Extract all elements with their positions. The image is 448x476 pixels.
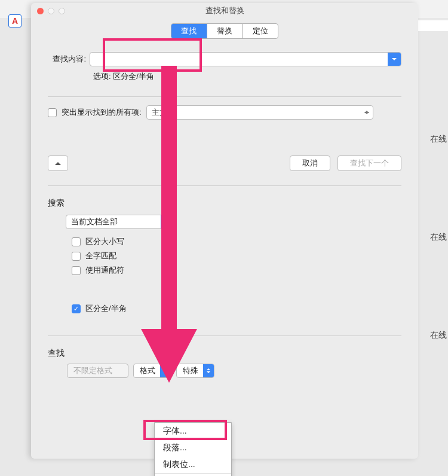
find-next-button[interactable]: 查找下一个 — [337, 155, 401, 171]
menu-item-paragraph[interactable]: 段落... — [155, 440, 231, 456]
find-input[interactable] — [90, 52, 401, 66]
chevron-updown-icon — [203, 364, 214, 377]
highlight-scope-select[interactable]: 主文档 — [146, 105, 373, 120]
divider — [48, 335, 401, 336]
wildcard-checkbox[interactable] — [72, 266, 81, 275]
fullhalf-checkbox[interactable] — [72, 304, 81, 313]
tab-replace[interactable]: 替换 — [207, 24, 243, 38]
divider — [48, 185, 401, 186]
menu-item-tabs[interactable]: 制表位... — [155, 456, 231, 473]
format-dropdown-menu: 字体... 段落... 制表位... — [154, 422, 232, 476]
menu-item-font[interactable]: 字体... — [155, 423, 231, 440]
tab-goto[interactable]: 定位 — [243, 24, 278, 38]
special-label: 特殊 — [183, 365, 198, 376]
menu-expand-icon[interactable] — [155, 473, 231, 476]
no-format-label: 不限定格式 — [73, 365, 112, 376]
titlebar: 查找和替换 — [31, 3, 418, 19]
tab-find[interactable]: 查找 — [171, 24, 207, 38]
wildcard-label: 使用通配符 — [85, 265, 124, 276]
chevron-down-icon[interactable] — [388, 53, 401, 66]
format-select[interactable]: 格式 — [133, 364, 171, 378]
find-replace-dialog: 查找和替换 查找 替换 定位 查找内容: 选项: 区分全/半角 突出显示找到的所… — [31, 3, 418, 459]
no-format-button[interactable]: 不限定格式 — [67, 364, 128, 378]
find-label: 查找内容: — [48, 54, 90, 65]
highlight-checkbox[interactable] — [48, 108, 57, 117]
options-value: 区分全/半角 — [113, 72, 154, 81]
cancel-button[interactable]: 取消 — [290, 155, 330, 171]
format-label: 格式 — [140, 365, 155, 376]
side-text: 在线 — [430, 134, 447, 145]
app-icon: A — [8, 14, 22, 28]
dialog-title: 查找和替换 — [31, 5, 418, 16]
search-scope-select[interactable]: 当前文档全部 — [66, 215, 173, 229]
fullhalf-label: 区分全/半角 — [85, 303, 127, 314]
collapse-toggle[interactable] — [48, 155, 68, 171]
side-text: 在线 — [430, 232, 447, 243]
options-label: 选项: — [93, 72, 111, 81]
special-select[interactable]: 特殊 — [176, 364, 214, 378]
tab-group: 查找 替换 定位 — [171, 23, 278, 39]
chevron-updown-icon — [160, 364, 171, 377]
match-case-checkbox[interactable] — [72, 237, 81, 246]
side-text: 在线 — [430, 330, 447, 341]
find-section-header: 查找 — [31, 348, 418, 359]
whole-word-label: 全字匹配 — [85, 251, 116, 261]
search-section-header: 搜索 — [31, 198, 418, 209]
whole-word-checkbox[interactable] — [72, 252, 81, 261]
match-case-label: 区分大小写 — [85, 236, 124, 247]
search-scope-value: 当前文档全部 — [71, 216, 118, 227]
divider — [48, 96, 401, 97]
highlight-scope-value: 主文档 — [152, 107, 175, 118]
background-ruler — [418, 20, 448, 31]
stepper-icon — [363, 107, 370, 118]
chevron-updown-icon — [161, 215, 173, 228]
highlight-label: 突出显示找到的所有项: — [62, 107, 142, 118]
